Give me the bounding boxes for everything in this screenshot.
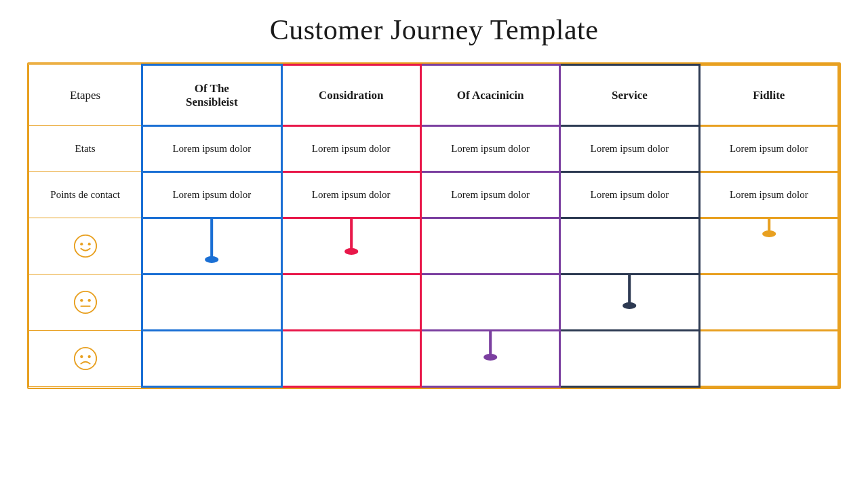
chart2-orange	[699, 274, 838, 331]
face-neutral-cell	[29, 274, 142, 331]
svg-point-19	[484, 354, 497, 361]
chart-row-3	[29, 331, 839, 387]
chart2-red	[281, 274, 420, 331]
etats-row: Etats Lorem ipsum dolor Lorem ipsum dolo…	[29, 126, 839, 172]
chart3-darkblue	[560, 331, 699, 387]
neutral-face-icon	[73, 289, 98, 315]
face-sad-cell	[29, 331, 142, 387]
svg-point-6	[344, 248, 358, 255]
points-red: Lorem ipsum dolor	[281, 172, 420, 218]
svg-point-15	[74, 348, 96, 369]
header-fidlite: Fidlite	[699, 65, 838, 126]
chart1-red	[281, 218, 420, 274]
header-service: Service	[560, 65, 699, 126]
journey-table: Etapes Of TheSensibleist Considration Of…	[27, 62, 841, 389]
chart1-purple	[420, 218, 559, 274]
chart3-red	[281, 331, 420, 387]
svg-point-0	[74, 235, 96, 257]
etats-label: Etats	[29, 126, 142, 172]
svg-point-8	[762, 230, 776, 237]
chart2-purple	[420, 274, 559, 331]
svg-point-14	[623, 302, 636, 309]
header-row: Etapes Of TheSensibleist Considration Of…	[29, 65, 839, 126]
chart3-purple	[420, 331, 559, 387]
etats-purple: Lorem ipsum dolor	[420, 126, 559, 172]
header-acacinicin: Of Acacinicin	[420, 65, 559, 126]
chart1-blue	[142, 218, 281, 274]
points-row: Points de contact Lorem ipsum dolor Lore…	[29, 172, 839, 218]
svg-point-10	[80, 299, 83, 302]
chart2-darkblue	[560, 274, 699, 331]
svg-point-1	[80, 243, 83, 245]
svg-point-2	[87, 243, 90, 245]
etats-darkblue: Lorem ipsum dolor	[560, 126, 699, 172]
svg-point-16	[80, 355, 83, 358]
etats-red: Lorem ipsum dolor	[281, 126, 420, 172]
chart1-orange	[699, 218, 838, 274]
header-etapes: Etapes	[29, 65, 142, 126]
etats-blue: Lorem ipsum dolor	[142, 126, 281, 172]
points-blue: Lorem ipsum dolor	[142, 172, 281, 218]
happy-face-icon	[73, 233, 98, 259]
chart3-blue	[142, 331, 281, 387]
page-title: Customer Journey Template	[270, 14, 599, 46]
svg-point-17	[87, 355, 90, 358]
svg-point-9	[74, 291, 96, 313]
face-happy-cell	[29, 218, 142, 274]
chart1-darkblue	[560, 218, 699, 274]
svg-point-4	[205, 256, 218, 263]
chart-row-2	[29, 274, 839, 331]
sad-face-icon	[73, 346, 98, 371]
svg-point-11	[87, 299, 90, 302]
chart3-orange	[699, 331, 838, 387]
chart2-blue	[142, 274, 281, 331]
etats-orange: Lorem ipsum dolor	[699, 126, 838, 172]
header-considration: Considration	[281, 65, 420, 126]
header-sensibleist: Of TheSensibleist	[142, 65, 281, 126]
points-darkblue: Lorem ipsum dolor	[560, 172, 699, 218]
points-purple: Lorem ipsum dolor	[420, 172, 559, 218]
points-label: Points de contact	[29, 172, 142, 218]
points-orange: Lorem ipsum dolor	[699, 172, 838, 218]
chart-row-1	[29, 218, 839, 274]
